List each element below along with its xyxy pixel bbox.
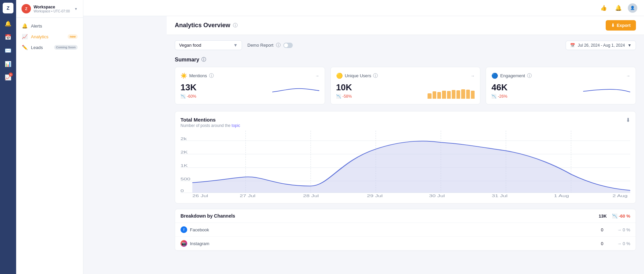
engagement-value: 46K [491, 82, 508, 93]
unique-users-card-body: 10K 📉 -58% [336, 82, 475, 99]
breakdown-section: Breakdown by Channels 13K 📉 -60 % f Face… [175, 209, 636, 251]
sidebar-item-alerts[interactable]: 🔔 Alerts [16, 20, 83, 31]
svg-text:31 Jul: 31 Jul [492, 194, 508, 198]
breakdown-title: Breakdown by Channels [180, 213, 235, 219]
svg-text:2 Aug: 2 Aug [612, 194, 628, 198]
workspace-info: Workspace Workspace • UTC-07:00 [34, 5, 72, 13]
chart-area: 2k 2K 1K 500 0 26 Jul 27 Jul 28 Jul 29 J… [180, 131, 630, 198]
export-icon: ⬇ [611, 23, 615, 28]
summary-header: Summary ⓘ [175, 57, 636, 63]
unique-users-help-icon[interactable]: ⓘ [373, 73, 378, 79]
summary-help-icon[interactable]: ⓘ [201, 57, 206, 63]
instagram-count: 0 [576, 241, 603, 246]
svg-text:26 Jul: 26 Jul [192, 194, 208, 198]
sidebar: Z 🔔 📅 ✉️ 📊 📈 9 [0, 0, 16, 274]
mentions-stats: 13K 📉 -60% [180, 82, 197, 99]
demo-report-toggle[interactable] [283, 43, 293, 48]
unique-users-value: 10K [336, 82, 352, 93]
engagement-change: 📉 -26% [491, 94, 508, 99]
mentions-card: ☀️ Mentions ⓘ → 13K 📉 -60% [175, 67, 325, 104]
breakdown-change-value: -60 % [619, 214, 630, 219]
sidebar-icon-bell[interactable]: 🔔 [2, 17, 14, 30]
topic-selector[interactable]: Vegan food ▼ [175, 40, 242, 50]
mentions-arrow-icon[interactable]: → [315, 74, 319, 78]
unique-users-stats: 10K 📉 -58% [336, 82, 352, 99]
mentions-icon: ☀️ [180, 73, 187, 79]
analytics-new-badge: new [68, 34, 78, 39]
mentions-card-header: ☀️ Mentions ⓘ → [180, 73, 319, 79]
unique-users-icon: 🟡 [336, 73, 343, 79]
chart-header: Total Mentions Number of posts around th… [180, 117, 630, 128]
engagement-label: Engagement [500, 73, 525, 78]
chart-title-group: Total Mentions Number of posts around th… [180, 117, 240, 128]
unique-users-card-header: 🟡 Unique Users ⓘ → [336, 73, 475, 79]
svg-text:30 Jul: 30 Jul [429, 194, 445, 198]
date-range-picker[interactable]: 📅 Jul 26, 2024 - Aug 1, 2024 ▼ [566, 41, 636, 50]
unique-users-label: Unique Users [345, 73, 371, 78]
workspace-switcher[interactable]: Z Workspace Workspace • UTC-07:00 ▼ [16, 0, 83, 18]
demo-report-label: Demo Report [247, 43, 273, 48]
svg-text:2K: 2K [180, 150, 188, 154]
engagement-stats: 46K 📉 -26% [491, 82, 508, 99]
analytics-label: Analytics [31, 34, 64, 39]
nav-panel: Z Workspace Workspace • UTC-07:00 ▼ 🔔 Al… [16, 0, 83, 274]
calendar-icon: 📅 [570, 43, 575, 48]
topbar-thumbs-icon[interactable]: 👍 [598, 3, 609, 13]
topbar: 👍 🔔 👤 [83, 0, 644, 16]
export-label: Export [617, 23, 631, 28]
chart-area-fill [192, 141, 630, 193]
mentions-sparkline [272, 85, 319, 99]
summary-section: Summary ⓘ ☀️ Mentions ⓘ → [175, 57, 636, 104]
engagement-arrow-icon[interactable]: → [626, 74, 630, 78]
mentions-chart-svg: 2k 2K 1K 500 0 26 Jul 27 Jul 28 Jul 29 J… [180, 131, 630, 198]
content-area: Vegan food ▼ Demo Report ⓘ 📅 Jul 26, 202… [167, 35, 644, 274]
sidebar-item-analytics[interactable]: 📈 Analytics new [16, 31, 83, 42]
summary-title: Summary [175, 57, 199, 63]
chart-subtitle-link[interactable]: topic [232, 123, 240, 128]
topbar-user-avatar[interactable]: 👤 [628, 3, 637, 13]
breakdown-change: 📉 -60 % [612, 214, 630, 219]
main-content: Analytics Overview ⓘ ⬇ Export Vegan food… [167, 0, 644, 274]
facebook-label: Facebook [190, 227, 209, 232]
date-range-value: Jul 26, 2024 - Aug 1, 2024 [578, 43, 625, 48]
page-header: Analytics Overview ⓘ ⬇ Export [167, 16, 644, 35]
mentions-card-label-group: ☀️ Mentions ⓘ [180, 73, 214, 79]
export-button[interactable]: ⬇ Export [606, 20, 636, 31]
unique-users-change-value: -58% [343, 94, 352, 99]
leads-icon: ✏️ [22, 45, 28, 50]
mentions-help-icon[interactable]: ⓘ [209, 73, 214, 79]
sidebar-icon-send[interactable]: ✉️ [2, 44, 14, 56]
chart-subtitle: Number of posts around the topic [180, 123, 240, 128]
mentions-card-body: 13K 📉 -60% [180, 82, 319, 99]
filters-row: Vegan food ▼ Demo Report ⓘ 📅 Jul 26, 202… [175, 40, 636, 50]
demo-report-help-icon[interactable]: ⓘ [276, 42, 281, 48]
topic-chevron-icon: ▼ [233, 43, 238, 48]
topbar-bell-icon[interactable]: 🔔 [613, 3, 624, 13]
svg-text:27 Jul: 27 Jul [240, 194, 255, 198]
chart-download-icon[interactable]: ⬇ [626, 117, 630, 123]
sidebar-icon-calendar[interactable]: 📅 [2, 31, 14, 43]
engagement-help-icon[interactable]: ⓘ [527, 73, 532, 79]
svg-text:0: 0 [180, 189, 184, 193]
svg-text:1 Aug: 1 Aug [554, 194, 569, 198]
total-mentions-chart: Total Mentions Number of posts around th… [175, 111, 636, 203]
unique-users-label-group: 🟡 Unique Users ⓘ [336, 73, 378, 79]
sidebar-icon-analytics[interactable]: 📊 [2, 58, 14, 70]
instagram-icon: 📷 [180, 240, 187, 247]
sidebar-icon-chart[interactable]: 📈 9 [2, 71, 14, 83]
instagram-label: Instagram [190, 241, 209, 246]
sidebar-badge: 9 [9, 73, 13, 77]
page-title: Analytics Overview [175, 22, 230, 29]
breakdown-total: 13K [599, 214, 607, 219]
page-help-icon[interactable]: ⓘ [233, 22, 238, 29]
unique-users-arrow-icon[interactable]: → [471, 74, 475, 78]
svg-text:29 Jul: 29 Jul [367, 194, 383, 198]
engagement-card-header: 🔵 Engagement ⓘ → [491, 73, 630, 79]
mentions-label: Mentions [189, 73, 207, 78]
breakdown-header: Breakdown by Channels 13K 📉 -60 % [175, 209, 636, 223]
alerts-icon: 🔔 [22, 23, 28, 29]
sidebar-item-leads[interactable]: ✏️ Leads Coming Soon [16, 42, 83, 53]
app-logo: Z [3, 3, 13, 13]
unique-users-change: 📉 -58% [336, 94, 352, 99]
engagement-card: 🔵 Engagement ⓘ → 46K 📉 -26% [486, 67, 636, 104]
